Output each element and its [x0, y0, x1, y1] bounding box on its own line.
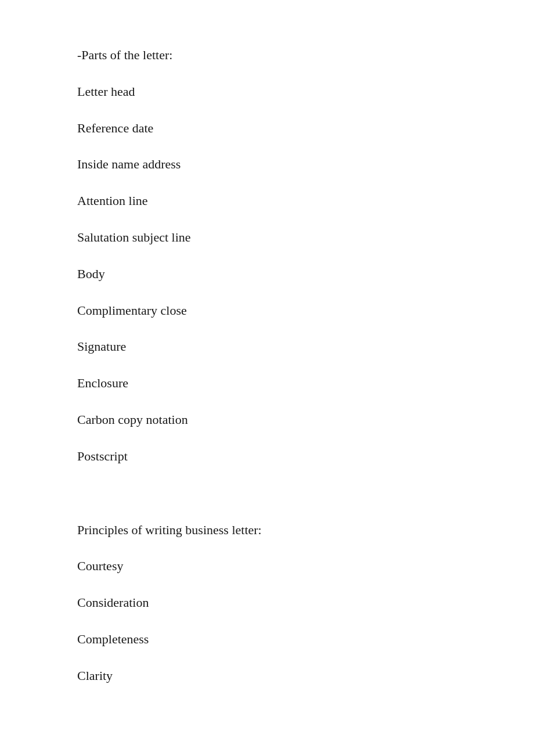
section1-item-0: Letter head [77, 83, 457, 101]
section2-heading: Principles of writing business letter: [77, 521, 457, 539]
section2-items: CourtesyConsiderationCompletenessClarity [77, 557, 457, 703]
section1-item-6: Complimentary close [77, 302, 457, 320]
main-content: -Parts of the letter: Letter headReferen… [77, 46, 457, 704]
section1-heading: -Parts of the letter: [77, 46, 457, 64]
section1-heading-text: -Parts of the letter: [77, 48, 172, 62]
section2-item-2: Completeness [77, 631, 457, 649]
section1-item-3: Attention line [77, 192, 457, 210]
section1-item-10: Postscript [77, 448, 457, 466]
section2-item-3: Clarity [77, 667, 457, 685]
section2-heading-text: Principles of writing business letter: [77, 523, 262, 537]
section1-item-1: Reference date [77, 120, 457, 138]
section2-item-0: Courtesy [77, 557, 457, 575]
section1-item-2: Inside name address [77, 156, 457, 174]
section1-item-8: Enclosure [77, 375, 457, 393]
section2-item-1: Consideration [77, 594, 457, 612]
section1-item-7: Signature [77, 338, 457, 356]
section1-item-9: Carbon copy notation [77, 411, 457, 429]
section1-item-4: Salutation subject line [77, 229, 457, 247]
section1-items: Letter headReference dateInside name add… [77, 83, 457, 484]
section1-item-5: Body [77, 265, 457, 283]
